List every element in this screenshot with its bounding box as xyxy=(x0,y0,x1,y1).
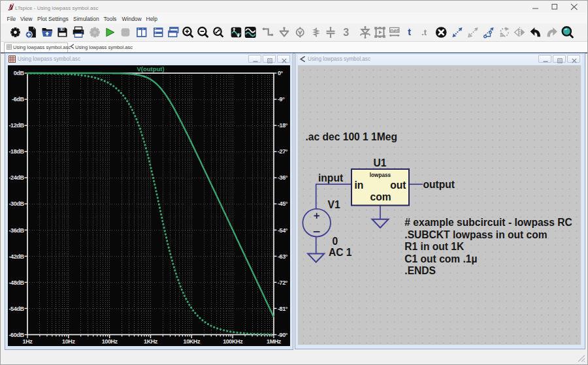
svg-text:100Hz: 100Hz xyxy=(102,338,118,345)
svg-text:-54°: -54° xyxy=(278,227,288,234)
svg-text:100KHz: 100KHz xyxy=(223,338,243,345)
svg-text:-54dB: -54dB xyxy=(8,306,24,312)
svg-text:1KHz: 1KHz xyxy=(144,338,158,345)
svg-text:-63°: -63° xyxy=(278,253,288,260)
svg-text:10KHz: 10KHz xyxy=(184,338,201,345)
svg-text:output: output xyxy=(423,179,455,190)
svg-text:-72°: -72° xyxy=(278,279,288,286)
svg-text:input: input xyxy=(318,172,343,183)
svg-text:0dB: 0dB xyxy=(14,70,25,76)
svg-text:-42dB: -42dB xyxy=(8,253,24,260)
svg-text:V(output): V(output) xyxy=(137,65,164,72)
svg-text:com: com xyxy=(370,191,391,202)
svg-text:-81°: -81° xyxy=(278,306,288,312)
svg-text:-45°: -45° xyxy=(278,200,288,207)
svg-text:3: 3 xyxy=(343,27,349,38)
svg-text:-30dB: -30dB xyxy=(8,200,24,207)
svg-text:.SUBCKT lowpass in out com: .SUBCKT lowpass in out com xyxy=(404,229,547,240)
svg-text:t: t xyxy=(408,27,411,37)
svg-text:10Hz: 10Hz xyxy=(62,338,75,345)
svg-text:1Hz: 1Hz xyxy=(23,338,33,345)
svg-text:-48dB: -48dB xyxy=(8,279,24,286)
svg-text:-9°: -9° xyxy=(278,96,285,103)
svg-text:# example subcircuit - lowpass: # example subcircuit - lowpass RC xyxy=(404,217,572,228)
svg-text:U1: U1 xyxy=(374,157,387,168)
svg-text:-60dB: -60dB xyxy=(8,332,24,338)
svg-text:0°: 0° xyxy=(278,70,284,76)
svg-text:V1: V1 xyxy=(328,199,340,210)
svg-text:-90°: -90° xyxy=(278,332,288,338)
svg-text:0: 0 xyxy=(333,236,338,247)
svg-text:-27°: -27° xyxy=(278,148,288,155)
svg-text:lowpass: lowpass xyxy=(370,172,391,178)
svg-text:.t: .t xyxy=(421,28,427,37)
svg-text:AC 1: AC 1 xyxy=(329,247,352,258)
svg-text:-36dB: -36dB xyxy=(8,227,24,234)
svg-text:-12dB: -12dB xyxy=(8,122,24,129)
svg-text:-18°: -18° xyxy=(278,122,288,129)
svg-text:.ENDS: .ENDS xyxy=(404,265,436,276)
svg-text:.ac dec 100 1 1Meg: .ac dec 100 1 1Meg xyxy=(306,131,397,142)
svg-text:C1 out com .1µ: C1 out com .1µ xyxy=(404,253,477,264)
svg-text:-18dB: -18dB xyxy=(8,148,24,155)
svg-text:in: in xyxy=(355,180,364,191)
svg-text:R1 in out 1K: R1 in out 1K xyxy=(404,241,465,252)
svg-text:-6dB: -6dB xyxy=(12,96,24,103)
svg-text:out: out xyxy=(390,180,406,191)
svg-text:1MHz: 1MHz xyxy=(267,338,282,345)
svg-text:-36°: -36° xyxy=(278,174,288,181)
svg-text:-24dB: -24dB xyxy=(8,174,24,181)
